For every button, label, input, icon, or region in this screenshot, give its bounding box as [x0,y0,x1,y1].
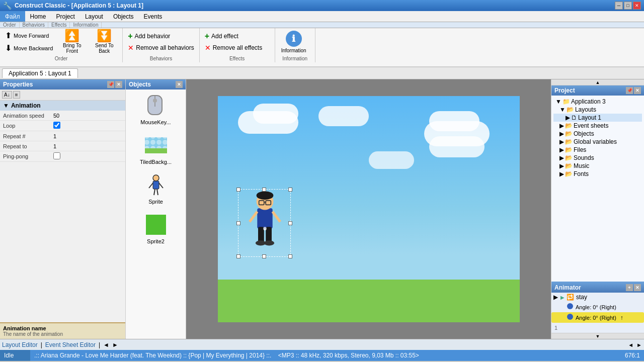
objects-menu[interactable]: Objects [108,11,139,22]
animation-section-header[interactable]: ▼ Animation [0,101,125,111]
tree-music[interactable]: ▶ 📂 Music [553,162,642,170]
handle-bl[interactable] [236,254,240,258]
animator-row-stay[interactable]: ▶ ▶ 🔁 stay [551,293,644,302]
canvas-area[interactable] [186,79,551,339]
properties-close-button[interactable]: ✕ [115,81,122,88]
cloud-3b [429,111,479,131]
add-behavior-button[interactable]: + Add behavior [126,31,196,42]
prop-sort-buttons: A↓ ≡ [0,89,125,101]
animator-expand-button[interactable]: + [626,284,633,291]
ribbon-section-order-label: Order [0,22,20,28]
objects-close-button[interactable]: ✕ [176,81,183,88]
tree-layouts[interactable]: ▼ 📂 Layouts [553,106,642,114]
properties-panel-header: Properties 📌 ✕ [0,79,125,89]
project-close-button[interactable]: ✕ [634,87,641,94]
restore-button[interactable]: □ [624,2,632,10]
layout-menu[interactable]: Layout [80,11,108,22]
layout-bar-scroll-left[interactable]: ◄ [628,342,633,348]
project-panel-header: Project 📌 ✕ [551,85,644,96]
project-pin-button[interactable]: 📌 [626,87,633,94]
angle2-icon [567,313,574,322]
sort-alpha-button[interactable]: A↓ [2,91,12,99]
animator-number: 1 [551,323,644,333]
add-effect-label: Add effect [211,33,238,40]
object-sprite[interactable]: Sprite [128,171,184,207]
object-tiledbackg[interactable]: TiledBackg... [128,131,184,167]
titlebar-controls[interactable]: ─ □ ✕ [615,2,641,10]
layout-bar-prev[interactable]: ◄ [103,341,109,348]
handle-br[interactable] [288,254,292,258]
right-scroll-down[interactable]: ▼ [551,333,644,339]
tree-eventsheets[interactable]: ▶ 📂 Event sheets [553,122,642,130]
add-effect-button[interactable]: + Add effect [203,31,265,42]
layout-editor-label[interactable]: Layout Editor [2,341,38,348]
handle-mr[interactable] [288,221,292,225]
loop-checkbox[interactable] [53,122,60,129]
handle-tl[interactable] [236,188,240,192]
send-to-back-button[interactable]: ⏬ Send ToBack [89,27,119,56]
layout-bar-next[interactable]: ► [112,341,118,348]
sort-category-button[interactable]: ≡ [13,91,20,99]
app-logo: 🔧 [3,2,12,10]
ping-pong-checkbox[interactable] [53,152,60,159]
handle-tr[interactable] [288,188,292,192]
tree-expand-sounds: ▶ [559,154,564,161]
tree-label-files: Files [574,146,586,153]
ping-pong-value[interactable] [53,152,122,160]
repeat-to-row: Repeat to 1 [0,141,125,151]
tree-label-sounds: Sounds [574,154,594,161]
minimize-button[interactable]: ─ [615,2,623,10]
handle-tc[interactable] [262,188,266,192]
animator-row-angle2[interactable]: Angle: 0° (Right) ↑ [551,312,644,323]
object-mousekey[interactable]: MouseKey... [128,92,184,127]
handle-bc[interactable] [262,254,266,258]
sprite-selected-area[interactable] [238,189,291,257]
bottom-status-bar: Idle .:: Ariana Grande - Love Me Harder … [0,350,644,361]
tree-files[interactable]: ▶ 📂 Files [553,146,642,154]
layout-tab[interactable]: Application 5 : Layout 1 [2,68,78,78]
tree-layout1[interactable]: ▶ 🗋 Layout 1 [553,114,642,122]
objects-grid: MouseKey... TiledBa [126,89,186,248]
remove-all-behaviors-button[interactable]: ✕ Remove all behaviors [126,43,196,53]
object-sprite2[interactable]: Sprite2 [128,211,184,246]
loop-value[interactable] [53,122,122,130]
information-button[interactable]: ℹ Information [278,27,309,56]
layout-bar-scroll-right[interactable]: ► [636,342,642,348]
project-title: Project [554,87,575,94]
project-menu[interactable]: Project [51,11,80,22]
mousekey-label: MouseKey... [140,119,171,125]
tree-sounds[interactable]: ▶ 📂 Sounds [553,154,642,162]
bring-to-front-label: Bring ToFront [63,43,82,54]
objects-panel: Objects ✕ MouseKey... [126,79,186,339]
tree-app3[interactable]: ▼ 📁 Application 3 [553,98,642,106]
animator-header-btns: + ✕ [626,284,641,291]
sprite2-label: Sprite2 [147,238,165,244]
tree-globalvars[interactable]: ▶ 📂 Global variables [553,138,642,146]
position-text: 676:1 [625,352,640,359]
properties-pin-button[interactable]: 📌 [107,81,114,88]
close-button[interactable]: ✕ [633,2,641,10]
bring-to-front-button[interactable]: ⏫ Bring ToFront [57,27,87,56]
animator-close-button[interactable]: ✕ [634,284,641,291]
move-forward-button[interactable]: ⬆ Move Forward [3,30,55,41]
ribbon: Order Behaviors Effects Information ⬆ Mo… [0,22,644,67]
stay-play[interactable]: ▶ [560,295,565,300]
animator-row-angle1[interactable]: Angle: 0° (Right) [551,302,644,312]
stay-expand[interactable]: ▶ [553,294,558,301]
right-panels: ▲ Project 📌 ✕ ▼ 📁 Application 3 ▼ [551,79,644,339]
event-sheet-label[interactable]: Event Sheet Editor [45,341,96,348]
tree-objects[interactable]: ▶ 📂 Objects [553,130,642,138]
svg-rect-6 [145,148,167,153]
home-menu[interactable]: Home [25,11,51,22]
right-scroll-up[interactable]: ▲ [551,79,644,85]
svg-point-27 [567,303,573,309]
remove-all-effects-button[interactable]: ✕ Remove all effects [203,43,265,53]
events-menu[interactable]: Events [139,11,168,22]
information-icon: ℹ [286,31,302,47]
file-menu[interactable]: Файл [0,11,25,22]
move-backward-button[interactable]: ⬇ Move Backward [3,42,55,54]
properties-panel: Properties 📌 ✕ A↓ ≡ ▼ Animation Animatio… [0,79,126,339]
tree-fonts[interactable]: ▶ 📂 Fonts [553,170,642,178]
tree-icon-layouts: 📂 [567,106,574,113]
handle-ml[interactable] [236,221,240,225]
